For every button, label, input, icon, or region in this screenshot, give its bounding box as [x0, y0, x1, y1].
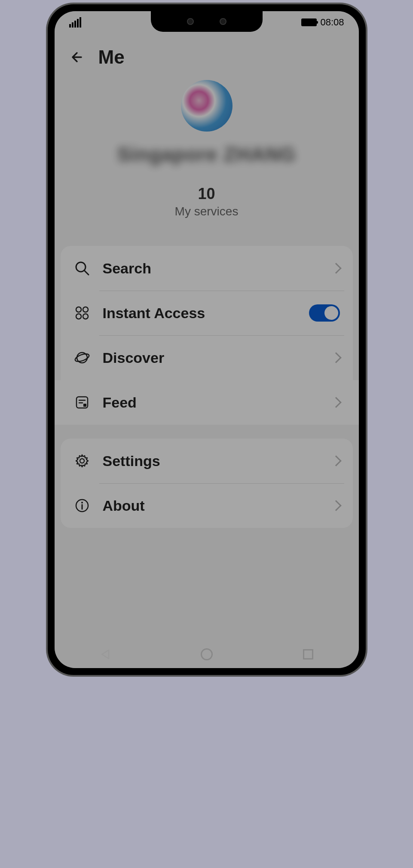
svg-point-2 — [76, 307, 81, 312]
svg-point-4 — [76, 314, 81, 319]
svg-point-14 — [81, 502, 83, 503]
nav-back[interactable] — [98, 647, 112, 661]
status-time: 08:08 — [320, 17, 344, 28]
front-camera-left — [187, 18, 194, 25]
row-search-label: Search — [103, 260, 320, 277]
row-search[interactable]: Search — [61, 246, 353, 291]
svg-point-5 — [83, 314, 88, 319]
row-settings-label: Settings — [103, 453, 320, 469]
svg-rect-11 — [83, 404, 86, 407]
avatar[interactable] — [181, 80, 233, 132]
services-stat[interactable]: 10 My services — [175, 185, 239, 218]
chevron-right-icon — [330, 263, 341, 273]
search-icon — [73, 260, 91, 277]
front-camera-right — [220, 18, 226, 25]
screen: 08:08 Me Singapore ZHANG 10 My services — [55, 11, 359, 668]
row-feed-highlighted: Feed — [55, 380, 359, 425]
services-count: 10 — [175, 185, 239, 203]
nav-recent[interactable] — [301, 647, 315, 661]
apps-grid-icon — [73, 304, 91, 322]
svg-point-12 — [80, 459, 84, 463]
nav-bar — [55, 641, 359, 668]
chevron-right-icon — [330, 500, 341, 511]
row-about-label: About — [103, 497, 320, 514]
signal-icon — [69, 17, 81, 28]
menu-card-1: Search Instant Access — [61, 246, 353, 425]
row-about[interactable]: About — [61, 483, 353, 528]
chevron-right-icon — [330, 455, 341, 466]
page-title: Me — [98, 46, 125, 68]
notch — [151, 11, 263, 32]
services-label: My services — [175, 205, 239, 218]
phone-frame: 08:08 Me Singapore ZHANG 10 My services — [48, 4, 366, 675]
row-feed[interactable]: Feed — [55, 380, 359, 425]
planet-icon — [73, 349, 91, 366]
page-header: Me — [55, 34, 359, 72]
feed-icon — [73, 394, 91, 411]
chevron-right-icon — [330, 352, 341, 363]
instant-access-toggle[interactable] — [309, 304, 340, 322]
row-instant-access[interactable]: Instant Access — [61, 291, 353, 335]
svg-point-0 — [76, 262, 86, 272]
battery-icon — [301, 18, 317, 26]
menu-card-2: Settings About — [61, 439, 353, 528]
info-icon — [73, 497, 91, 514]
row-discover[interactable]: Discover — [61, 335, 353, 380]
chevron-right-icon — [330, 397, 341, 408]
svg-point-3 — [83, 307, 88, 312]
profile-section: Singapore ZHANG 10 My services — [55, 72, 359, 240]
username: Singapore ZHANG — [117, 143, 296, 166]
back-button[interactable] — [69, 49, 86, 66]
row-discover-label: Discover — [103, 350, 320, 366]
row-settings[interactable]: Settings — [61, 439, 353, 483]
svg-line-1 — [85, 271, 89, 275]
svg-point-7 — [74, 353, 90, 363]
gear-icon — [73, 452, 91, 469]
row-instant-label: Instant Access — [103, 305, 297, 322]
nav-home[interactable] — [200, 647, 214, 661]
row-feed-label: Feed — [103, 394, 320, 411]
